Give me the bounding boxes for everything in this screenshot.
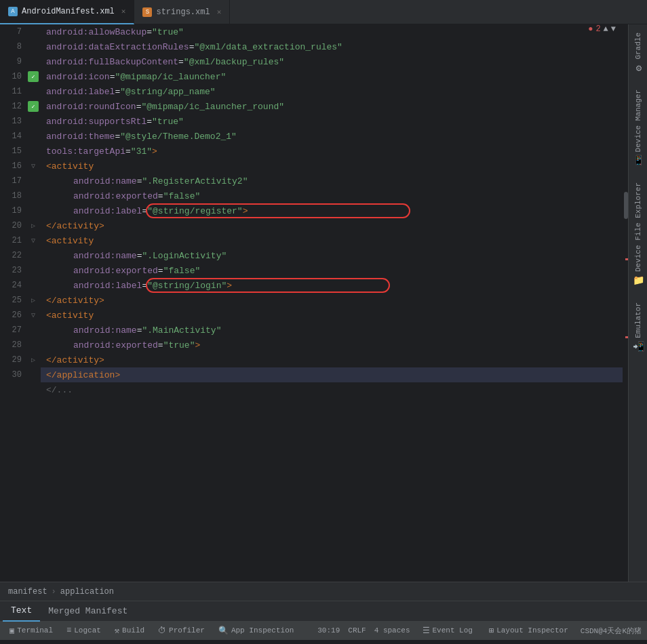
bottom-tab-text[interactable]: Text	[3, 601, 40, 622]
tab-icon-androidmanifest: A	[8, 7, 18, 16]
right-sidebar: ⚙ Gradle 📱 Device Manager 📁 Device File …	[628, 24, 647, 582]
build-label: Build	[122, 626, 144, 635]
code-line-23: android:exported="false"	[41, 263, 623, 278]
error-scroll-marker-2	[625, 336, 628, 338]
emulator-icon: 📲	[633, 341, 644, 353]
status-build[interactable]: ⚒ Build	[111, 621, 149, 640]
line-num-28: 28	[0, 340, 26, 350]
code-line-19: android:label="@string/register">	[41, 203, 623, 218]
status-event-log[interactable]: ☰ Event Log	[418, 621, 477, 640]
layout-inspector-label: Layout Inspector	[496, 626, 568, 635]
line-num-7: 7	[0, 27, 26, 37]
event-log-icon: ☰	[423, 626, 430, 636]
bottom-tab-merged[interactable]: Merged Manifest	[40, 601, 136, 622]
bottom-tab-merged-label: Merged Manifest	[48, 606, 128, 616]
breadcrumb-bar: manifest › application	[0, 582, 647, 601]
code-line-25: </activity>	[41, 293, 623, 308]
status-indent: 4 spaces	[374, 626, 410, 635]
device-file-explorer-icon: 📁	[633, 275, 644, 286]
code-line-15: tools:targetApi="31">	[41, 144, 623, 159]
tab-label-androidmanifest: AndroidManifest.xml	[22, 7, 115, 16]
emulator-label: Emulator	[634, 302, 642, 338]
gradle-icon: ⚙	[633, 62, 644, 73]
status-layout-inspector[interactable]: ⊞ Layout Inspector	[485, 621, 572, 640]
bottom-tab-bar: Text Merged Manifest	[0, 601, 647, 621]
code-line-30: </application>	[41, 367, 623, 382]
line-num-8: 8	[0, 42, 26, 52]
event-log-label: Event Log	[433, 626, 473, 635]
line-num-27: 27	[0, 325, 26, 335]
line-num-19: 19	[0, 206, 26, 216]
device-file-explorer-label: Device File Explorer	[634, 182, 642, 272]
tab-icon-strings: S	[142, 7, 152, 17]
line-num-17: 17	[0, 176, 26, 186]
logcat-icon: ≡	[66, 626, 71, 635]
status-logcat[interactable]: ≡ Logcat	[62, 621, 105, 640]
code-content[interactable]: android:allowBackup="true" android:dataE…	[41, 24, 623, 582]
code-line-16: <activity	[41, 159, 623, 174]
app-inspection-label: App Inspection	[231, 626, 294, 635]
breadcrumb-item-manifest[interactable]: manifest	[8, 587, 47, 597]
sidebar-tool-gradle[interactable]: ⚙ Gradle	[630, 24, 646, 81]
line-num-14: 14	[0, 132, 26, 141]
status-left: ▣ Terminal ≡ Logcat ⚒ Build ⏱ Profiler 🔍…	[5, 621, 298, 640]
sidebar-tool-device-manager[interactable]: 📱 Device Manager	[630, 81, 646, 174]
line-num-23: 23	[0, 266, 26, 275]
tab-androidmanifest[interactable]: A AndroidManifest.xml ✕	[0, 0, 134, 24]
tab-strings[interactable]: S strings.xml ✕	[134, 0, 230, 24]
status-bar: ▣ Terminal ≡ Logcat ⚒ Build ⏱ Profiler 🔍…	[0, 621, 647, 640]
code-line-14: android:theme="@style/Theme.Demo2_1"	[41, 129, 623, 144]
tab-bar: A AndroidManifest.xml ✕ S strings.xml ✕	[0, 0, 647, 24]
line-num-24: 24	[0, 281, 26, 290]
code-line-18: android:exported="false"	[41, 188, 623, 203]
status-app-inspection[interactable]: 🔍 App Inspection	[214, 621, 298, 640]
bottom-tab-text-label: Text	[11, 605, 32, 616]
line-num-15: 15	[0, 146, 26, 156]
device-manager-icon: 📱	[633, 155, 644, 166]
device-manager-label: Device Manager	[634, 89, 642, 152]
line-num-10: 10	[0, 72, 26, 81]
code-line-8: android:dataExtractionRules="@xml/data_e…	[41, 39, 623, 54]
fold-arrow-26[interactable]: ▽	[31, 311, 35, 319]
line-gutter: 7 8 9 10✓ 11 12✓ 13 14 15 16▽ 17 18 19	[0, 24, 41, 582]
error-icon: ●	[588, 24, 593, 34]
fold-arrow-21[interactable]: ▽	[31, 237, 35, 245]
line-num-21: 21	[0, 236, 26, 245]
code-line-27: android:name=".MainActivity"	[41, 323, 623, 338]
status-user: CSDN@4天会K的猪	[581, 626, 642, 636]
gradle-label: Gradle	[634, 33, 642, 60]
fold-arrow-16[interactable]: ▽	[31, 162, 35, 170]
profiler-icon: ⏱	[158, 626, 166, 636]
code-line-12: android:roundIcon="@mipmap/ic_launcher_r…	[41, 99, 623, 114]
line-num-18: 18	[0, 191, 26, 201]
fold-arrow-25[interactable]: ▷	[31, 296, 35, 304]
error-count: 2	[595, 24, 600, 34]
breadcrumb-sep-1: ›	[52, 587, 56, 597]
code-line-26: <activity	[41, 308, 623, 323]
breadcrumb-item-application[interactable]: application	[60, 587, 114, 597]
layout-inspector-icon: ⊞	[489, 626, 494, 636]
error-up-arrow[interactable]: ▲	[604, 24, 608, 34]
app-inspection-icon: 🔍	[218, 626, 229, 636]
status-terminal[interactable]: ▣ Terminal	[5, 621, 57, 640]
tab-close-androidmanifest[interactable]: ✕	[121, 7, 126, 16]
fold-arrow-20[interactable]: ▷	[31, 222, 35, 230]
code-line-21: <activity	[41, 233, 623, 248]
status-profiler[interactable]: ⏱ Profiler	[154, 621, 209, 640]
tab-close-strings[interactable]: ✕	[217, 7, 222, 16]
fold-arrow-29[interactable]: ▷	[31, 356, 35, 364]
line-num-22: 22	[0, 251, 26, 260]
line-num-26: 26	[0, 310, 26, 320]
code-line-11: android:label="@string/app_name"	[41, 84, 623, 99]
code-line-10: android:icon="@mipmap/ic_launcher"	[41, 69, 623, 84]
code-line-9: android:fullBackupContent="@xml/backup_r…	[41, 54, 623, 69]
code-line-13: android:supportsRtl="true"	[41, 114, 623, 129]
profiler-label: Profiler	[169, 626, 205, 635]
sidebar-tool-device-file-explorer[interactable]: 📁 Device File Explorer	[630, 174, 646, 294]
scrollbar-area	[623, 24, 628, 582]
line-num-20: 20	[0, 221, 26, 230]
line-num-13: 13	[0, 117, 26, 126]
sidebar-tool-emulator[interactable]: 📲 Emulator	[630, 294, 646, 361]
error-down-arrow[interactable]: ▼	[611, 24, 616, 34]
scrollbar-thumb[interactable]	[624, 192, 628, 219]
